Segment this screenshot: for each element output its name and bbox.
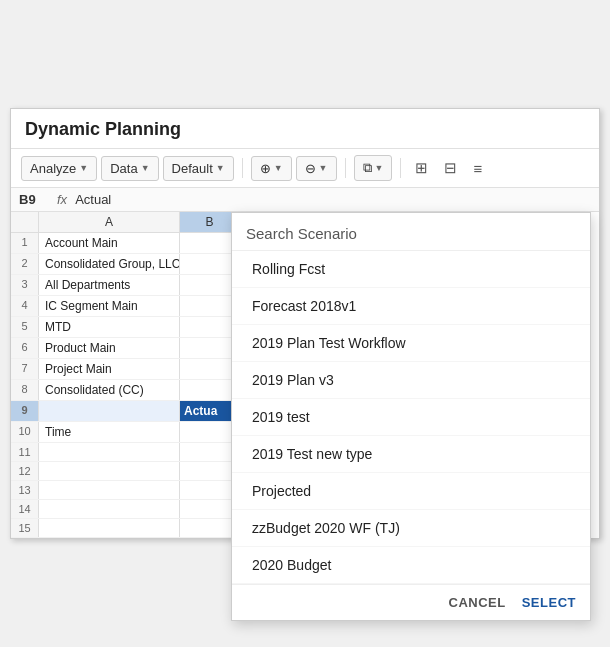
search-scenario-label: Search Scenario bbox=[232, 213, 590, 251]
data-label: Data bbox=[110, 161, 137, 176]
fx-symbol: fx bbox=[57, 192, 67, 207]
cell-a[interactable] bbox=[39, 443, 180, 461]
layout-button[interactable]: ⧉ ▼ bbox=[354, 155, 393, 181]
cell-a[interactable] bbox=[39, 462, 180, 480]
zoom-out-chevron-icon: ▼ bbox=[319, 163, 328, 173]
spreadsheet: A B 1Account Main2Consolidated Group, LL… bbox=[11, 212, 241, 538]
table-row: 8Consolidated (CC) bbox=[11, 380, 240, 401]
table-row: 15 bbox=[11, 519, 240, 538]
table-row: 1Account Main bbox=[11, 233, 240, 254]
table-row: 9Actua bbox=[11, 401, 240, 422]
table-row: 7Project Main bbox=[11, 359, 240, 380]
sep3 bbox=[400, 158, 401, 178]
sep2 bbox=[345, 158, 346, 178]
cancel-button[interactable]: CANCEL bbox=[449, 595, 506, 610]
cell-a[interactable]: MTD bbox=[39, 317, 180, 337]
row-number: 10 bbox=[11, 422, 39, 442]
row-number: 5 bbox=[11, 317, 39, 337]
zoom-in-icon: ⊕ bbox=[260, 161, 271, 176]
list-item[interactable]: Forecast 2018v1 bbox=[232, 288, 590, 325]
analyze-label: Analyze bbox=[30, 161, 76, 176]
data-button[interactable]: Data ▼ bbox=[101, 156, 158, 181]
column-headers: A B bbox=[11, 212, 240, 233]
cell-a[interactable]: IC Segment Main bbox=[39, 296, 180, 316]
data-chevron-icon: ▼ bbox=[141, 163, 150, 173]
list-item[interactable]: 2019 Plan v3 bbox=[232, 362, 590, 399]
formula-bar: B9 fx Actual bbox=[11, 188, 599, 212]
analyze-chevron-icon: ▼ bbox=[79, 163, 88, 173]
list-item[interactable]: Projected bbox=[232, 473, 590, 510]
list-item[interactable]: 2019 Test new type bbox=[232, 436, 590, 473]
scenario-list[interactable]: Rolling FcstForecast 2018v12019 Plan Tes… bbox=[232, 251, 590, 584]
row-number: 9 bbox=[11, 401, 39, 421]
table-row: 6Product Main bbox=[11, 338, 240, 359]
row-number: 4 bbox=[11, 296, 39, 316]
row-number: 12 bbox=[11, 462, 39, 480]
zoom-in-button[interactable]: ⊕ ▼ bbox=[251, 156, 292, 181]
cell-a[interactable] bbox=[39, 519, 180, 537]
sort-icon[interactable]: ≡ bbox=[467, 156, 488, 181]
col-a-header: A bbox=[39, 212, 180, 232]
formula-value: Actual bbox=[75, 192, 111, 207]
analyze-button[interactable]: Analyze ▼ bbox=[21, 156, 97, 181]
list-item[interactable]: zzBudget 2020 WF (TJ) bbox=[232, 510, 590, 547]
table-row: 3All Departments bbox=[11, 275, 240, 296]
row-number: 3 bbox=[11, 275, 39, 295]
cell-a[interactable]: Consolidated (CC) bbox=[39, 380, 180, 400]
table-row: 2Consolidated Group, LLC bbox=[11, 254, 240, 275]
sheet-rows: 1Account Main2Consolidated Group, LLC3Al… bbox=[11, 233, 240, 538]
cell-a[interactable]: All Departments bbox=[39, 275, 180, 295]
content-area: A B 1Account Main2Consolidated Group, LL… bbox=[11, 212, 599, 538]
cell-a[interactable] bbox=[39, 500, 180, 518]
cell-a[interactable]: Consolidated Group, LLC bbox=[39, 254, 180, 274]
row-number: 14 bbox=[11, 500, 39, 518]
row-number: 1 bbox=[11, 233, 39, 253]
default-chevron-icon: ▼ bbox=[216, 163, 225, 173]
sep1 bbox=[242, 158, 243, 178]
cell-a[interactable]: Time bbox=[39, 422, 180, 442]
cell-reference: B9 bbox=[19, 192, 49, 207]
row-number: 13 bbox=[11, 481, 39, 499]
cell-a[interactable] bbox=[39, 481, 180, 499]
row-num-header bbox=[11, 212, 39, 232]
layout-chevron-icon: ▼ bbox=[375, 163, 384, 173]
table-row: 11 bbox=[11, 443, 240, 462]
grid-icon[interactable]: ⊞ bbox=[409, 155, 434, 181]
table-row: 5MTD bbox=[11, 317, 240, 338]
list-item[interactable]: 2019 Plan Test Workflow bbox=[232, 325, 590, 362]
table-row: 14 bbox=[11, 500, 240, 519]
default-label: Default bbox=[172, 161, 213, 176]
table-row: 12 bbox=[11, 462, 240, 481]
default-button[interactable]: Default ▼ bbox=[163, 156, 234, 181]
list-item[interactable]: 2019 test bbox=[232, 399, 590, 436]
table-row: 10Time bbox=[11, 422, 240, 443]
cell-a[interactable]: Product Main bbox=[39, 338, 180, 358]
row-number: 8 bbox=[11, 380, 39, 400]
row-number: 11 bbox=[11, 443, 39, 461]
layout-icon: ⧉ bbox=[363, 160, 372, 176]
select-button[interactable]: SELECT bbox=[522, 595, 576, 610]
title-bar: Dynamic Planning bbox=[11, 109, 599, 149]
dropdown-footer: CANCEL SELECT bbox=[232, 584, 590, 620]
app-window: Dynamic Planning Analyze ▼ Data ▼ Defaul… bbox=[10, 108, 600, 539]
table-row: 4IC Segment Main bbox=[11, 296, 240, 317]
scenario-items: Rolling FcstForecast 2018v12019 Plan Tes… bbox=[232, 251, 590, 584]
zoom-out-icon: ⊖ bbox=[305, 161, 316, 176]
list-item[interactable]: 2020 Budget bbox=[232, 547, 590, 584]
toolbar: Analyze ▼ Data ▼ Default ▼ ⊕ ▼ ⊖ ▼ ⧉ ▼ ⊞… bbox=[11, 149, 599, 188]
row-number: 7 bbox=[11, 359, 39, 379]
row-number: 15 bbox=[11, 519, 39, 537]
zoom-out-button[interactable]: ⊖ ▼ bbox=[296, 156, 337, 181]
cell-a[interactable] bbox=[39, 401, 180, 421]
list-item[interactable]: Rolling Fcst bbox=[232, 251, 590, 288]
row-number: 6 bbox=[11, 338, 39, 358]
row-number: 2 bbox=[11, 254, 39, 274]
cell-a[interactable]: Account Main bbox=[39, 233, 180, 253]
table-row: 13 bbox=[11, 481, 240, 500]
scenario-dropdown: Search Scenario Rolling FcstForecast 201… bbox=[231, 212, 591, 621]
zoom-in-chevron-icon: ▼ bbox=[274, 163, 283, 173]
cell-a[interactable]: Project Main bbox=[39, 359, 180, 379]
app-title: Dynamic Planning bbox=[25, 119, 181, 139]
table-icon[interactable]: ⊟ bbox=[438, 155, 463, 181]
